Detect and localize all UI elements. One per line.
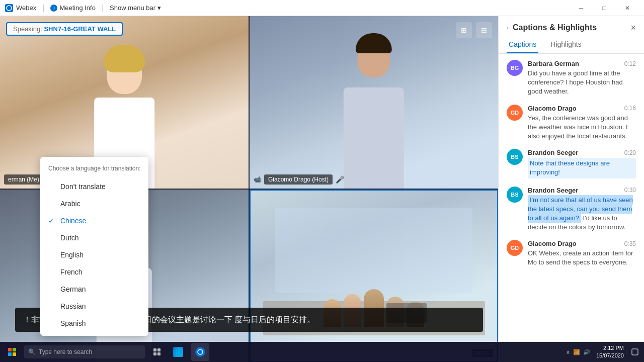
app-window: Webex | i Meeting Info | Show menu bar ▾…	[0, 0, 644, 362]
svg-rect-8	[157, 352, 160, 355]
caption-content-5: Giacomo Drago 0:35 OK Webex, create an a…	[528, 240, 636, 267]
caption-text-5: OK Webex, create an action item for Mo t…	[528, 249, 636, 267]
caption-header-4: Brandon Seeger 0:30	[528, 187, 636, 194]
svg-rect-10	[632, 349, 638, 355]
sep2: |	[102, 4, 104, 13]
caption-header-2: Giacomo Drago 0:16	[528, 105, 636, 112]
caption-entry-1: BG Barbara German 0:12 Did you have a go…	[507, 60, 636, 97]
caption-content-3: Brandon Seeger 0:20 Note that these desi…	[528, 149, 636, 178]
captions-list: BG Barbara German 0:12 Did you have a go…	[499, 54, 644, 362]
task-view-button[interactable]	[149, 344, 165, 360]
arrow-up-icon[interactable]: ∧	[566, 349, 570, 355]
panel-tabs: Captions Highlights	[499, 36, 644, 54]
panel-title: Captions & Highlights	[513, 23, 597, 32]
svg-rect-1	[8, 348, 12, 351]
chevron-down-icon: ▾	[157, 4, 161, 12]
dropdown-dutch[interactable]: Dutch	[40, 229, 148, 246]
search-placeholder: Type here to search	[39, 348, 92, 355]
main-content: Speaking: SHN7-16-GREAT WALL ⊞ ⊟	[0, 16, 644, 362]
speaker-icon: 🔊	[583, 349, 590, 355]
caption-header-3: Brandon Seeger 0:20	[528, 149, 636, 156]
dropdown-french[interactable]: French	[40, 263, 148, 281]
caption-name-3: Brandon Seeger	[528, 149, 578, 156]
notification-icon[interactable]	[630, 347, 640, 357]
caption-content-2: Giacomo Drago 0:16 Yes, the conference w…	[528, 105, 636, 141]
taskbar-system-icons: ∧ 📶 🔊	[566, 349, 590, 355]
dropdown-english[interactable]: English	[40, 246, 148, 263]
svg-rect-3	[8, 352, 12, 356]
dropdown-german[interactable]: German	[40, 281, 148, 298]
caption-content-4: Brandon Seeger 0:30 I'm not sure that al…	[528, 187, 636, 232]
video-area: Speaking: SHN7-16-GREAT WALL ⊞ ⊟	[0, 16, 498, 362]
check-selected: ✓	[48, 217, 56, 225]
caption-name-1: Barbara German	[528, 60, 579, 67]
camera-icon: 📹	[254, 176, 261, 183]
caption-entry-5: GD Giacomo Drago 0:35 OK Webex, create a…	[507, 240, 636, 267]
caption-name-5: Giacomo Drago	[528, 240, 577, 247]
avatar-giacomo-1: GD	[507, 105, 523, 121]
speaking-indicator: Speaking: SHN7-16-GREAT WALL	[6, 22, 123, 36]
app-name: Webex	[16, 4, 36, 12]
caption-header-5: Giacomo Drago 0:35	[528, 240, 636, 247]
titlebar: Webex | i Meeting Info | Show menu bar ▾…	[0, 0, 644, 16]
dropdown-header: Choose a language for translation:	[40, 161, 148, 178]
avatar-brandon-1: BS	[507, 149, 523, 165]
start-button[interactable]	[4, 344, 20, 360]
taskbar-webex-icon[interactable]	[191, 343, 209, 361]
tab-highlights[interactable]: Highlights	[548, 36, 583, 53]
grid-view-button[interactable]: ⊞	[456, 22, 472, 38]
maximize-button[interactable]: □	[593, 0, 616, 16]
caption-time-4: 0:30	[624, 187, 636, 194]
panel-close-button[interactable]: ×	[630, 23, 636, 32]
caption-name-2: Giacomo Drago	[528, 105, 577, 112]
network-icon: 📶	[573, 349, 580, 355]
panel-chevron-icon: ›	[507, 24, 509, 31]
app-logo: Webex	[5, 4, 36, 12]
meeting-info-btn[interactable]: i Meeting Info	[50, 4, 96, 12]
caption-time-3: 0:20	[624, 149, 636, 156]
show-menu-btn[interactable]: Show menu bar ▾	[110, 4, 161, 12]
dropdown-chinese[interactable]: ✓ Chinese	[40, 212, 148, 229]
dropdown-russian[interactable]: Russian	[40, 298, 148, 315]
caption-time-1: 0:12	[624, 60, 636, 67]
view-controls: ⊞ ⊟	[456, 22, 492, 38]
caption-text-2: Yes, the conference was good and the wea…	[528, 114, 636, 141]
windows-taskbar: 🔍 Type here to search 🌐 ∧ 📶 🔊 2:12 PM 15…	[0, 342, 644, 362]
search-bar[interactable]: 🔍 Type here to search	[24, 345, 145, 358]
panel-title-row: › Captions & Highlights	[507, 23, 597, 32]
svg-rect-7	[153, 352, 156, 355]
dropdown-spanish[interactable]: Spanish	[40, 315, 148, 332]
dropdown-arabic[interactable]: Arabic	[40, 195, 148, 212]
dropdown-dont-translate[interactable]: Don't translate	[40, 178, 148, 195]
svg-point-0	[7, 6, 12, 11]
caption-entry-2: GD Giacomo Drago 0:16 Yes, the conferenc…	[507, 105, 636, 141]
close-button[interactable]: ✕	[616, 0, 639, 16]
translation-dropdown: Choose a language for translation: Don't…	[40, 157, 148, 336]
caption-text-4: I'm not sure that all of us have seen th…	[528, 196, 636, 232]
svg-rect-5	[153, 348, 156, 351]
avatar-giacomo-2: GD	[507, 240, 523, 256]
tab-captions[interactable]: Captions	[507, 36, 538, 53]
caption-time-2: 0:16	[624, 105, 636, 112]
caption-text-3: Note that these designs are improving!	[528, 158, 636, 178]
svg-point-9	[198, 349, 203, 354]
info-icon: i	[50, 5, 57, 12]
svg-rect-2	[13, 348, 16, 351]
mic-muted-icon-2: 🎤	[336, 175, 344, 184]
search-icon: 🔍	[28, 348, 36, 355]
layout-button[interactable]: ⊟	[476, 22, 492, 38]
svg-rect-4	[13, 352, 16, 356]
svg-rect-6	[157, 348, 160, 351]
caption-text-1: Did you have a good time at the conferen…	[528, 69, 636, 97]
video-cell-2: 📹 Giacomo Drago (Host) 🎤	[250, 16, 498, 189]
right-panel: › Captions & Highlights × Captions Highl…	[498, 16, 644, 362]
caption-name-4: Brandon Seeger	[528, 187, 578, 194]
caption-entry-3: BS Brandon Seeger 0:20 Note that these d…	[507, 149, 636, 178]
taskbar-clock[interactable]: 2:12 PM 15/07/2020	[596, 344, 624, 360]
minimize-button[interactable]: ─	[570, 0, 593, 16]
caption-content-1: Barbara German 0:12 Did you have a good …	[528, 60, 636, 97]
video-cell-4: WALL	[250, 190, 498, 362]
caption-time-5: 0:35	[624, 240, 636, 247]
taskbar-edge-icon[interactable]: 🌐	[169, 343, 187, 361]
participant-label-2: 📹 Giacomo Drago (Host) 🎤	[254, 174, 344, 185]
